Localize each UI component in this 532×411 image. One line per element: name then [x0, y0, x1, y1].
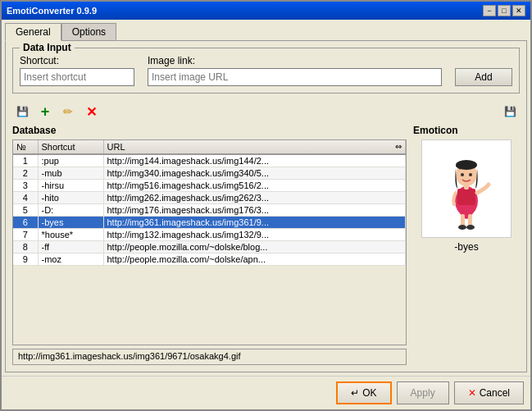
database-table: № Shortcut URL ⇔: [13, 140, 406, 155]
add-row-button[interactable]: +: [35, 102, 55, 121]
image-link-label: Image link:: [148, 55, 442, 66]
table-row[interactable]: 5 -D: http://img176.imageshack.us/img176…: [13, 204, 406, 217]
url-field-group: Image link:: [148, 55, 442, 86]
shortcut-input[interactable]: [20, 68, 134, 86]
cell-url: http://img361.imageshack.us/img361/9...: [103, 217, 406, 229]
col-header-url[interactable]: URL ⇔: [103, 140, 406, 154]
main-area: Database № Shortcut: [12, 125, 520, 365]
table-row[interactable]: 6 -byes http://img361.imageshack.us/img3…: [13, 217, 406, 229]
database-title: Database: [12, 125, 407, 136]
svg-point-4: [466, 225, 475, 230]
shortcut-field-group: Shortcut:: [20, 55, 134, 86]
cell-shortcut: -hirsu: [38, 180, 103, 192]
emoticon-name: -byes: [454, 241, 478, 253]
edit-button[interactable]: ✏: [58, 102, 78, 121]
delete-button[interactable]: ✕: [81, 102, 101, 121]
cell-shortcut: -mub: [38, 167, 103, 180]
table-container: № Shortcut URL ⇔: [12, 139, 407, 345]
cell-shortcut: -moz: [38, 253, 103, 266]
maximize-button[interactable]: □: [498, 5, 511, 16]
svg-point-3: [458, 225, 466, 230]
add-field-group: Add: [455, 55, 512, 86]
tab-options[interactable]: Options: [61, 23, 116, 41]
emoticon-section: Emoticon: [413, 125, 520, 365]
cell-url: http://img262.imageshack.us/img262/3...: [103, 192, 406, 204]
cell-num: 6: [13, 217, 38, 229]
cell-num: 5: [13, 204, 38, 217]
table-row[interactable]: 7 *house* http://img132.imageshack.us/im…: [13, 229, 406, 241]
table-row[interactable]: 4 -hito http://img262.imageshack.us/img2…: [13, 192, 406, 204]
cell-num: 1: [13, 155, 38, 167]
window-title: EmotiConverter 0.9.9: [7, 6, 97, 16]
cell-url: http://img516.imageshack.us/img516/2...: [103, 180, 406, 192]
toolbar-left: 💾 + ✏ ✕: [12, 102, 101, 121]
cancel-icon: ✕: [468, 387, 476, 399]
cell-num: 7: [13, 229, 38, 241]
toolbar: 💾 + ✏ ✕ 💾: [12, 102, 520, 121]
cell-url: http://img144.imageshack.us/img144/2...: [103, 155, 406, 167]
save-right-icon: 💾: [504, 106, 516, 117]
emoticon-display: [421, 139, 512, 238]
delete-icon: ✕: [86, 104, 97, 120]
col-header-shortcut[interactable]: Shortcut: [38, 140, 103, 154]
table-row[interactable]: 1 :pup http://img144.imageshack.us/img14…: [13, 155, 406, 167]
cancel-label: Cancel: [480, 387, 510, 399]
emoticon-title: Emoticon: [413, 125, 458, 136]
ok-button[interactable]: ↵ OK: [336, 381, 391, 404]
cell-shortcut: -byes: [38, 217, 103, 229]
cell-shortcut: -D:: [38, 204, 103, 217]
cell-shortcut: -ff: [38, 241, 103, 253]
col-header-num[interactable]: №: [13, 140, 38, 154]
table-row[interactable]: 8 -ff http://people.mozilla.com/~dolske/…: [13, 241, 406, 253]
title-bar: EmotiConverter 0.9.9 − □ ✕: [2, 2, 530, 20]
ok-label: OK: [362, 387, 376, 399]
tab-panel-general: Data Input Shortcut: Image link: Add: [5, 40, 527, 372]
cell-num: 4: [13, 192, 38, 204]
cell-shortcut: *house*: [38, 229, 103, 241]
apply-label: Apply: [411, 387, 435, 399]
svg-rect-5: [457, 189, 475, 205]
tab-bar: General Options: [5, 23, 527, 41]
data-input-group: Data Input Shortcut: Image link: Add: [12, 48, 520, 94]
emoticon-image: [438, 144, 495, 234]
cell-shortcut: :pup: [38, 155, 103, 167]
title-bar-buttons: − □ ✕: [483, 5, 525, 16]
bottom-bar: ↵ OK Apply ✕ Cancel: [2, 376, 530, 409]
save-icon: 💾: [16, 106, 29, 117]
data-input-label: Data Input: [20, 42, 75, 53]
cell-url: http://img340.imageshack.us/img340/5...: [103, 167, 406, 180]
cell-url: http://people.mozilla.com/~dolske/apn...: [103, 253, 406, 266]
add-button[interactable]: Add: [455, 68, 512, 86]
database-section: Database № Shortcut: [12, 125, 407, 365]
url-input[interactable]: [148, 68, 442, 86]
main-window: EmotiConverter 0.9.9 − □ ✕ General Optio…: [0, 0, 532, 411]
tab-general[interactable]: General: [5, 23, 61, 41]
minimize-button[interactable]: −: [483, 5, 496, 16]
close-button[interactable]: ✕: [512, 5, 525, 16]
apply-button[interactable]: Apply: [397, 381, 449, 404]
cancel-button[interactable]: ✕ Cancel: [454, 381, 524, 404]
resize-icon[interactable]: ⇔: [395, 142, 402, 151]
save-button[interactable]: 💾: [12, 102, 32, 121]
data-input-row: Shortcut: Image link: Add: [20, 55, 512, 86]
cell-num: 8: [13, 241, 38, 253]
cell-shortcut: -hito: [38, 192, 103, 204]
window-content: General Options Data Input Shortcut: Ima…: [2, 20, 530, 376]
edit-icon: ✏: [63, 105, 73, 118]
table-row[interactable]: 3 -hirsu http://img516.imageshack.us/img…: [13, 180, 406, 192]
cell-num: 2: [13, 167, 38, 180]
svg-point-10: [469, 173, 472, 176]
shortcut-label: Shortcut:: [20, 55, 134, 66]
cell-num: 9: [13, 253, 38, 266]
cell-url: http://people.mozilla.com/~dolske/blog..…: [103, 241, 406, 253]
save-right-button[interactable]: 💾: [500, 102, 520, 121]
table-row[interactable]: 9 -moz http://people.mozilla.com/~dolske…: [13, 253, 406, 266]
add-icon: +: [41, 103, 50, 121]
table-row[interactable]: 2 -mub http://img340.imageshack.us/img34…: [13, 167, 406, 180]
cell-url: http://img176.imageshack.us/img176/3...: [103, 204, 406, 217]
status-bar: http://img361.imageshack.us/img361/9671/…: [12, 349, 407, 365]
svg-point-9: [461, 173, 464, 176]
table-scroll[interactable]: 1 :pup http://img144.imageshack.us/img14…: [13, 155, 406, 345]
cell-url: http://img132.imageshack.us/img132/9...: [103, 229, 406, 241]
cell-num: 3: [13, 180, 38, 192]
